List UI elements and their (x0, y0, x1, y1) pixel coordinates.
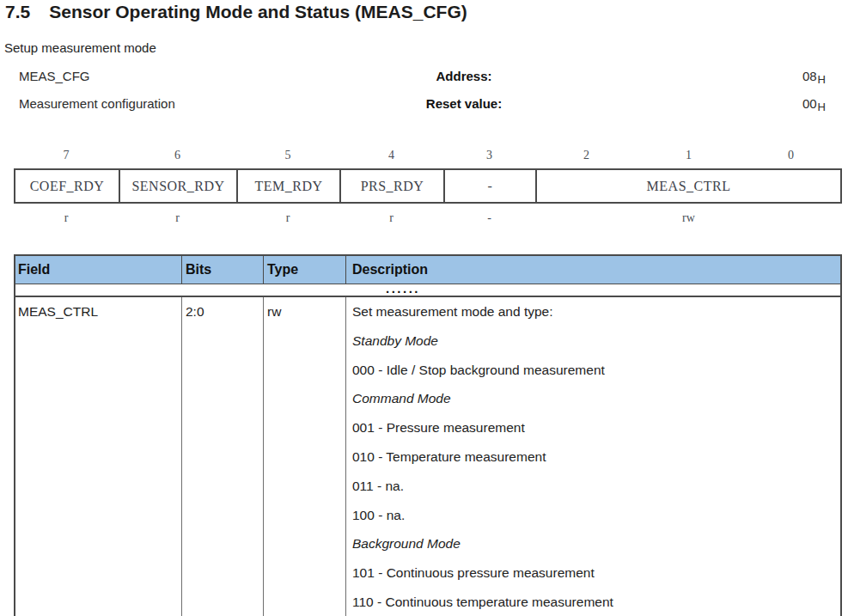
access-type: r (14, 210, 119, 227)
field-cell: MEAS_CTRL (15, 297, 182, 616)
bit-field-cell: PRS_RDY (339, 170, 443, 202)
bit-field-cell: - (443, 170, 535, 202)
type-cell: rw (264, 297, 346, 616)
register-name: MEAS_CFG (19, 69, 90, 83)
register-description: Measurement configuration (19, 96, 175, 111)
bits-cell: 2:0 (182, 297, 264, 616)
header-description: Description (346, 256, 840, 284)
reset-value-label: Reset value: (369, 96, 558, 111)
bit-number: 6 (119, 146, 236, 165)
reset-value: 00H (802, 96, 826, 111)
description-line: 101 - Continuous pressure measurement (352, 558, 840, 588)
description-line: Set measurement mode and type: (352, 297, 840, 326)
description-line: 011 - na. (352, 472, 840, 501)
description-line: 001 - Pressure measurement (352, 413, 840, 442)
hex-suffix: H (818, 73, 826, 86)
section-title-text: Sensor Operating Mode and Status (MEAS_C… (49, 2, 467, 21)
field-description-table: Field Bits Type Description ...... MEAS_… (14, 254, 842, 616)
bit-field-cell: SENSOR_RDY (119, 170, 236, 202)
header-type: Type (264, 256, 346, 284)
description-line: Background Mode (352, 529, 840, 558)
register-info-row: Measurement configuration Reset value: 0… (0, 96, 848, 112)
reset-value-hex: 00 (802, 96, 817, 111)
access-type: rw (535, 210, 842, 227)
bit-number: 5 (236, 146, 339, 165)
bit-field-cell: MEAS_CTRL (535, 170, 840, 202)
datasheet-page: { "page": { "section_number": "7.5", "ti… (0, 0, 848, 616)
bit-field-cell: COEF_RDY (15, 170, 119, 202)
bit-number: 7 (14, 146, 119, 165)
bit-number: 1 (638, 146, 740, 165)
header-bits: Bits (182, 256, 264, 284)
bit-number: 0 (740, 146, 842, 165)
ellipsis-row: ...... (15, 284, 840, 297)
bit-number: 3 (443, 146, 535, 165)
access-type: - (443, 210, 535, 227)
access-type: r (236, 210, 339, 227)
bit-number-group: 2 1 0 (535, 146, 842, 165)
register-info-row: MEAS_CFG Address: 08H (0, 69, 848, 84)
section-subtitle: Setup measurement mode (4, 40, 156, 55)
bit-number-row: 7 6 5 4 3 2 1 0 (14, 146, 842, 165)
bit-field-cell: TEM_RDY (236, 170, 339, 202)
register-bit-table: COEF_RDY SENSOR_RDY TEM_RDY PRS_RDY - ME… (14, 168, 842, 204)
hex-suffix: H (818, 101, 826, 113)
description-line: 000 - Idle / Stop background measurement (352, 356, 840, 385)
description-line: 110 - Continuous temperature measurement (352, 588, 840, 616)
description-line: Command Mode (352, 384, 840, 413)
description-line: 100 - na. (352, 501, 840, 530)
address-value: 08H (802, 69, 826, 83)
section-number: 7.5 (5, 2, 30, 21)
description-cell: Set measurement mode and type: Standby M… (346, 297, 840, 616)
bit-number: 2 (535, 146, 638, 165)
address-value-hex: 08 (802, 69, 817, 83)
field-table-header: Field Bits Type Description (15, 256, 840, 284)
access-type-row: r r r r - rw (14, 210, 842, 227)
field-table-row: MEAS_CTRL 2:0 rw Set measurement mode an… (15, 297, 840, 616)
header-field: Field (15, 256, 182, 284)
address-label: Address: (369, 69, 558, 83)
bit-number: 4 (339, 146, 443, 165)
section-title: 7.5Sensor Operating Mode and Status (MEA… (5, 2, 467, 22)
description-line: 010 - Temperature measurement (352, 442, 840, 472)
description-line: Standby Mode (352, 326, 840, 356)
access-type: r (339, 210, 443, 227)
access-type: r (119, 210, 236, 227)
